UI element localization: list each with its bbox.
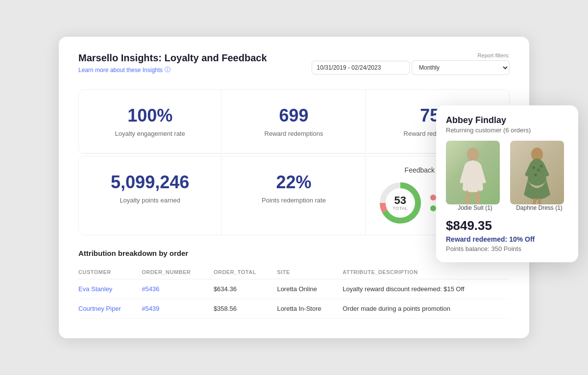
donut-center: 53 TOTAL (392, 195, 408, 211)
learn-more-link[interactable]: Learn more about these Insights ⓘ (78, 66, 267, 74)
metric-value-1: 699 (234, 105, 353, 126)
table-row: Courtney Piper #5439 $358.56 Loretta In-… (78, 299, 510, 319)
site-1: Loretta In-Store (277, 299, 343, 319)
col-header-description: ATTRIBUTE_DESCRIPTION (343, 265, 510, 279)
metric-value-4: 22% (234, 172, 353, 193)
col-header-customer: CUSTOMER (78, 265, 142, 279)
svg-point-5 (532, 166, 535, 169)
popup-reward: Reward redeemed: 10% Off (446, 235, 568, 243)
svg-point-8 (540, 165, 543, 168)
title-section: Marsello Insights: Loyalty and Feedback … (78, 52, 267, 74)
metric-points-earned: 5,099,246 Loyalty points earned (79, 156, 221, 235)
popup-customer-name: Abbey Findlay (446, 115, 568, 125)
popup-customer-subtitle: Returning customer (6 orders) (446, 126, 568, 134)
product-image-0 (446, 141, 500, 204)
metric-value-0: 100% (91, 105, 209, 126)
svg-point-6 (537, 169, 540, 172)
filters-label: Report filters: (312, 52, 510, 58)
metric-reward-redemptions: 699 Reward redemptions (222, 90, 365, 153)
customer-link-0[interactable]: Eva Stanley (78, 285, 112, 293)
page-title: Marsello Insights: Loyalty and Feedback (78, 52, 267, 64)
col-header-order-number: ORDER_NUMBER (142, 265, 214, 279)
period-select[interactable]: Daily Weekly Monthly Quarterly Yearly (412, 60, 510, 75)
donut-total-label: TOTAL (392, 206, 408, 211)
order-total-0: $634.36 (214, 279, 277, 299)
product-label-1: Daphne Dress (1) (510, 204, 568, 211)
col-header-site: SITE (277, 265, 343, 279)
legend-dot-red (430, 195, 436, 200)
product-image-1 (510, 141, 564, 204)
metric-value-3: 5,099,246 (91, 172, 209, 193)
order-total-1: $358.56 (214, 299, 277, 319)
donut-total: 53 (392, 195, 408, 206)
site-0: Loretta Online (277, 279, 343, 299)
metric-loyalty-engagement: 100% Loyalty engagement rate (79, 90, 221, 153)
description-0: Loyalty reward discount redeemed: $15 Of… (343, 279, 510, 299)
info-icon: ⓘ (165, 66, 171, 74)
date-range-input[interactable] (312, 61, 410, 75)
attribution-table: CUSTOMER ORDER_NUMBER ORDER_TOTAL SITE A… (78, 265, 510, 319)
metric-label-0: Loyalty engagement rate (91, 130, 209, 137)
product-label-0: Jodie Suit (1) (446, 204, 504, 211)
popup-products: Jodie Suit (1) (446, 141, 568, 211)
metric-label-3: Loyalty points earned (91, 197, 209, 204)
description-1: Order made during a points promotion (343, 299, 510, 319)
svg-point-3 (467, 148, 479, 161)
popup-points: Points balance: 350 Points (446, 245, 568, 252)
table-row: Eva Stanley #5436 $634.36 Loretta Online… (78, 279, 510, 299)
metric-label-1: Reward redemptions (234, 130, 353, 137)
order-link-1[interactable]: #5439 (142, 305, 159, 312)
customer-popup-card: Abbey Findlay Returning customer (6 orde… (436, 105, 578, 262)
metric-label-4: Points redemption rate (234, 197, 353, 204)
filters-section: Report filters: Daily Weekly Monthly Qua… (312, 52, 510, 77)
customer-link-1[interactable]: Courtney Piper (78, 305, 121, 312)
legend-dot-green (430, 205, 436, 211)
main-container: Marsello Insights: Loyalty and Feedback … (59, 37, 529, 338)
header-row: Marsello Insights: Loyalty and Feedback … (78, 52, 510, 77)
product-item-0: Jodie Suit (1) (446, 141, 504, 211)
col-header-order-total: ORDER_TOTAL (214, 265, 277, 279)
svg-point-7 (534, 174, 537, 176)
popup-total: $849.35 (446, 218, 568, 233)
metric-points-redemption: 22% Points redemption rate (222, 156, 365, 235)
order-link-0[interactable]: #5436 (142, 285, 159, 293)
product-item-1: Daphne Dress (1) (510, 141, 568, 211)
donut-chart: 53 TOTAL (378, 181, 422, 225)
